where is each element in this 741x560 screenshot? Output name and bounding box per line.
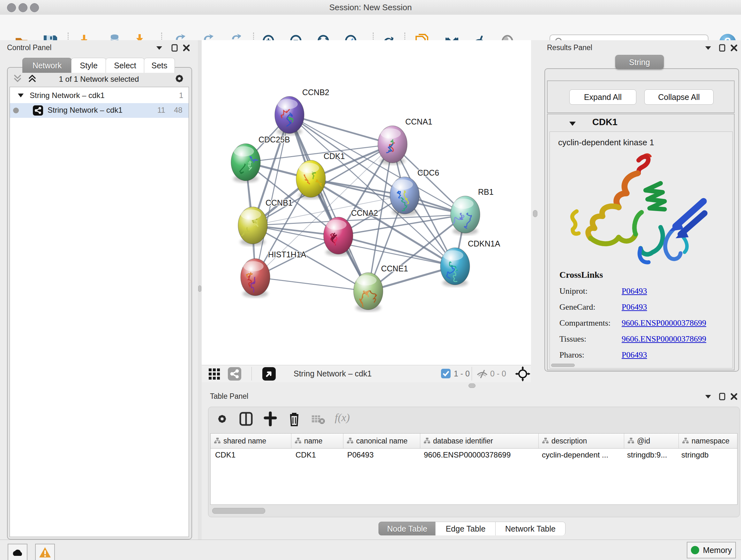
column-type-icon xyxy=(682,437,689,444)
collapse-panel-icon[interactable] xyxy=(155,44,163,51)
node-label: HIST1H1A xyxy=(268,250,307,259)
column-header[interactable]: database identifier xyxy=(420,434,539,448)
crosslink-link[interactable]: P06493 xyxy=(622,302,647,312)
delete-column-icon[interactable] xyxy=(287,411,301,427)
crosslink-link[interactable]: 9606.ENSP00000378699 xyxy=(622,318,706,328)
table-cell[interactable]: P06493 xyxy=(343,449,419,461)
tab-select[interactable]: Select xyxy=(106,58,145,73)
tab-sets[interactable]: Sets xyxy=(144,58,175,73)
tab-network[interactable]: Network xyxy=(22,58,72,73)
show-columns-icon[interactable] xyxy=(239,412,253,426)
table-cell[interactable]: cyclin-dependent ... xyxy=(537,449,623,461)
table-panel-title: Table Panel xyxy=(210,392,248,401)
network-row-selected[interactable]: String Network – cdk1 11 48 xyxy=(10,103,189,118)
table-cell[interactable]: stringdb xyxy=(677,449,738,461)
add-column-icon[interactable] xyxy=(263,412,277,426)
node-label: CCNB2 xyxy=(302,88,329,97)
table-cell[interactable]: CDK1 xyxy=(211,449,291,461)
table-header-row: shared namenamecanonical namedatabase id… xyxy=(211,434,737,449)
close-panel-icon[interactable] xyxy=(730,393,738,400)
network-edge[interactable] xyxy=(255,277,368,291)
vertical-splitter-left[interactable] xyxy=(198,40,202,540)
results-panel-title: Results Panel xyxy=(547,44,592,52)
column-header[interactable]: @id xyxy=(624,434,679,448)
hidden-eye-slash-icon xyxy=(476,369,488,379)
close-panel-icon[interactable] xyxy=(183,44,190,52)
collapse-all-button[interactable]: Collapse All xyxy=(644,89,714,105)
crosslink-link[interactable]: P06493 xyxy=(622,287,647,296)
column-header[interactable]: name xyxy=(291,434,343,448)
expand-collapse-box: Expand All Collapse All xyxy=(547,80,735,113)
network-edge[interactable] xyxy=(338,236,455,266)
crosslink-link[interactable]: 9606.ENSP00000378699 xyxy=(622,334,706,344)
network-label: String Network – cdk1 xyxy=(48,106,123,115)
collapse-panel-icon[interactable] xyxy=(704,44,712,51)
table-cell[interactable]: 9606.ENSP00000378699 xyxy=(419,449,537,461)
memory-button[interactable]: Memory xyxy=(687,542,736,558)
gene-box-scrollbar[interactable] xyxy=(551,364,575,367)
table-row[interactable]: CDK1CDK1P064939606.ENSP00000378699cyclin… xyxy=(211,449,737,461)
node-label: CCNB1 xyxy=(266,198,293,207)
splitter-grip[interactable] xyxy=(198,286,201,292)
grid-view-icon[interactable] xyxy=(208,368,222,380)
tab-node-table[interactable]: Node Table xyxy=(379,522,436,536)
fit-selected-icon[interactable] xyxy=(262,367,276,381)
tab-style[interactable]: Style xyxy=(71,58,106,73)
vertical-splitter-right[interactable] xyxy=(531,40,539,388)
splitter-grip[interactable] xyxy=(533,210,537,217)
warnings-button[interactable] xyxy=(35,544,55,560)
gear-icon[interactable] xyxy=(173,72,186,85)
disclosure-triangle-icon[interactable] xyxy=(17,92,24,99)
control-panel: Control Panel Network Style Select Sets … xyxy=(0,40,198,540)
gene-symbol[interactable]: CDK1 xyxy=(592,117,688,127)
cloud-status-button[interactable] xyxy=(8,544,27,560)
network-selection-status: 1 of 1 Network selected xyxy=(38,75,159,84)
crosslinks-title: CrossLinks xyxy=(559,270,725,280)
protein-structure-image xyxy=(562,152,713,267)
table-cell[interactable]: CDK1 xyxy=(291,449,343,461)
column-type-icon xyxy=(627,437,634,444)
column-type-icon xyxy=(214,437,221,444)
table-h-scrollbar[interactable] xyxy=(212,508,265,514)
selected-count: 1 - 0 xyxy=(454,369,470,378)
collection-count: 1 xyxy=(179,91,183,100)
collection-label: String Network – cdk1 xyxy=(30,91,105,100)
close-panel-icon[interactable] xyxy=(730,44,738,52)
title-bar: Session: New Session xyxy=(0,0,741,15)
tab-network-table[interactable]: Network Table xyxy=(495,522,565,536)
node-label: CDK1 xyxy=(324,152,345,161)
table-gear-icon[interactable] xyxy=(215,412,229,426)
delete-table-icon[interactable] xyxy=(311,414,325,425)
float-panel-icon[interactable] xyxy=(719,44,726,52)
gene-disclosure-icon[interactable] xyxy=(568,120,577,127)
column-header[interactable]: shared name xyxy=(211,434,291,448)
node-label: CDKN1A xyxy=(468,239,500,248)
collapse-panel-icon[interactable] xyxy=(704,393,712,400)
float-panel-icon[interactable] xyxy=(719,393,726,400)
network-graph[interactable]: CCNB2CCNA1CDC25BCDK1CDC6RB1CCNB1CCNA2CDK… xyxy=(202,40,531,365)
collapse-all-networks-icon[interactable] xyxy=(12,73,23,84)
gene-section: CDK1 cyclin-dependent kinase 1 xyxy=(547,114,735,370)
cytoscape-window: Session: New Session xyxy=(0,0,741,560)
crosslink-link[interactable]: P06493 xyxy=(622,350,647,360)
network-type-icon xyxy=(33,105,43,116)
column-header[interactable]: namespace xyxy=(679,434,738,448)
selected-checkbox-icon[interactable] xyxy=(441,369,451,378)
function-builder-icon[interactable]: f(x) xyxy=(335,412,350,424)
column-header[interactable]: canonical name xyxy=(343,434,420,448)
network-view-title: String Network – cdk1 xyxy=(293,369,372,378)
network-collection-row[interactable]: String Network – cdk1 1 xyxy=(10,88,189,103)
column-header[interactable]: description xyxy=(539,434,624,448)
expand-all-networks-icon[interactable] xyxy=(27,73,38,84)
float-panel-icon[interactable] xyxy=(171,44,179,52)
table-cell[interactable]: stringdb:9... xyxy=(623,449,677,461)
network-edge[interactable] xyxy=(289,115,368,291)
network-share-view-icon[interactable] xyxy=(228,367,241,381)
tab-edge-table[interactable]: Edge Table xyxy=(435,522,496,536)
tab-string-results[interactable]: String xyxy=(615,55,664,69)
crosslink-label: Compartments: xyxy=(559,318,622,328)
network-canvas[interactable]: CCNB2CCNA1CDC25BCDK1CDC6RB1CCNB1CCNA2CDK… xyxy=(202,40,531,365)
expand-all-button[interactable]: Expand All xyxy=(569,89,636,105)
birdseye-crosshair-icon[interactable] xyxy=(515,366,530,381)
splitter-grip[interactable] xyxy=(468,383,475,388)
